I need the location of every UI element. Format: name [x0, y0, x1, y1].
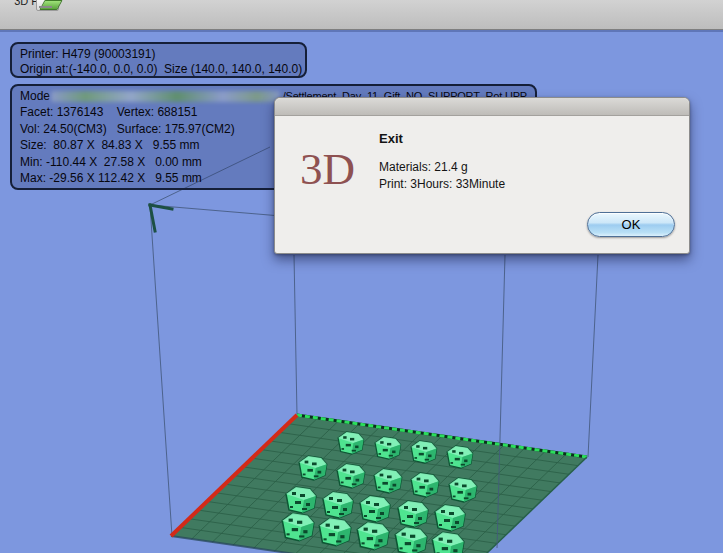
3d-logo: 3D — [300, 148, 355, 190]
printer-info-box: Printer: H479 (90003191) Origin at:(-140… — [10, 42, 307, 78]
dialog-titlebar[interactable] — [275, 98, 689, 116]
dialog-print-time: Print: 3Hours: 33Minute — [379, 176, 505, 193]
scene-viewport: Printer: H479 (90003191) Origin at:(-140… — [0, 30, 723, 553]
model-label: Mode — [20, 88, 50, 104]
dialog-content: Exit Materials: 21.4 g Print: 3Hours: 33… — [379, 131, 505, 193]
printer-info-line2: Origin at:(-140.0, 0.0, 0.0) Size (140.0… — [20, 62, 297, 77]
printer-info-line1: Printer: H479 (90003191) — [20, 47, 297, 62]
app-window: 3D Print Printer: H4 — [0, 0, 723, 553]
dialog-title: Exit — [379, 131, 505, 146]
exit-dialog: 3D Exit Materials: 21.4 g Print: 3Hours:… — [274, 97, 690, 254]
model-path-redacted — [51, 91, 280, 102]
ok-button[interactable]: OK — [587, 212, 675, 237]
dialog-materials: Materials: 21.4 g — [379, 159, 505, 176]
